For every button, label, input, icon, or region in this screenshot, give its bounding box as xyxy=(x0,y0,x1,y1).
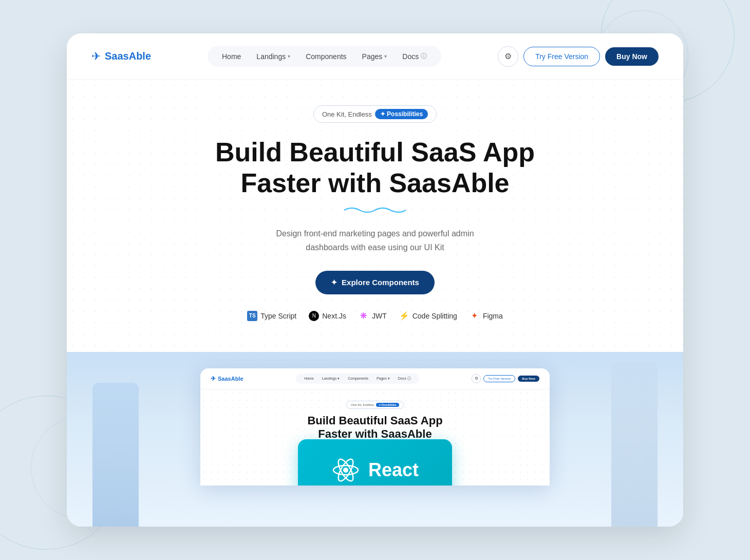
mini-nav-components: Components xyxy=(345,376,371,381)
tech-badge-jwt: ❋ JWT xyxy=(359,311,387,321)
logo-text: SaasAble xyxy=(105,50,151,62)
nav-actions: ⚙ Try Free Version Buy Now xyxy=(498,46,659,67)
mini-logo-icon: ✈ xyxy=(211,375,216,382)
nav-home[interactable]: Home xyxy=(216,49,247,64)
tech-badge-typescript: TS Type Script xyxy=(247,311,296,321)
mini-badge: One Kit, Endless ✦ Possibilities xyxy=(346,401,403,409)
react-label: React xyxy=(368,459,419,481)
tech-badge-nextjs: N Next.Js xyxy=(309,311,346,321)
mini-hero-title: Build Beautiful SaaS App Faster with Saa… xyxy=(293,414,457,441)
mini-nav-home: Home xyxy=(301,376,317,381)
code-splitting-icon: ⚡ xyxy=(399,311,409,321)
logo[interactable]: ✈ SaasAble xyxy=(91,50,151,63)
nav-docs[interactable]: Docs ⓘ xyxy=(396,49,433,64)
main-card: ✈ SaasAble Home Landings ▾ Components Pa… xyxy=(67,33,683,527)
hero-badge: One Kit, Endless ✦ Possibilities xyxy=(313,105,437,123)
tech-badges: TS Type Script N Next.Js ❋ JWT ⚡ Code Sp… xyxy=(247,311,503,321)
mini-badge-highlight: ✦ Possibilities xyxy=(376,403,399,407)
try-free-button[interactable]: Try Free Version xyxy=(523,47,600,66)
nav-components[interactable]: Components xyxy=(299,49,352,64)
nav-links: Home Landings ▾ Components Pages ▾ Docs … xyxy=(208,46,441,67)
pages-chevron-icon: ▾ xyxy=(384,53,387,59)
nav-pages[interactable]: Pages ▾ xyxy=(356,49,393,64)
preview-window: ✈ SaasAble Home Landings ▾ Components Pa… xyxy=(200,368,550,486)
badge-highlight: ✦ Possibilities xyxy=(375,109,428,119)
react-icon xyxy=(331,456,360,484)
buy-now-button[interactable]: Buy Now xyxy=(605,47,659,66)
hero-subtitle: Design front-end marketing pages and pow… xyxy=(262,227,488,254)
preview-area: ✈ SaasAble Home Landings ▾ Components Pa… xyxy=(67,352,683,527)
sparkle-icon: ✦ xyxy=(331,278,338,287)
hero-title: Build Beautiful SaaS App Faster with Saa… xyxy=(215,137,535,199)
nextjs-icon: N xyxy=(309,311,319,321)
react-card: React xyxy=(298,439,452,486)
wavy-decoration xyxy=(344,206,406,216)
mini-nav-actions: ⚙ Try Free Version Buy Now xyxy=(472,374,539,383)
landings-chevron-icon: ▾ xyxy=(288,53,290,59)
logo-icon: ✈ xyxy=(91,50,101,63)
mini-logo: ✈ SaasAble xyxy=(211,375,243,382)
mini-settings-icon: ⚙ xyxy=(472,374,481,383)
gear-icon: ⚙ xyxy=(504,51,512,61)
side-panel-left xyxy=(92,383,139,527)
nav-landings[interactable]: Landings ▾ xyxy=(250,49,296,64)
settings-button[interactable]: ⚙ xyxy=(498,46,518,67)
docs-info-icon: ⓘ xyxy=(421,52,427,61)
jwt-icon: ❋ xyxy=(359,311,369,321)
figma-icon: ✦ xyxy=(470,311,480,321)
typescript-icon: TS xyxy=(247,311,257,321)
mini-nav-pages: Pages ▾ xyxy=(373,376,393,382)
hero-section: One Kit, Endless ✦ Possibilities Build B… xyxy=(67,80,683,352)
mini-try-free-button: Try Free Version xyxy=(483,375,515,382)
explore-components-button[interactable]: ✦ Explore Components xyxy=(315,271,435,294)
navbar: ✈ SaasAble Home Landings ▾ Components Pa… xyxy=(67,33,683,80)
tech-badge-figma: ✦ Figma xyxy=(470,311,503,321)
tech-badge-code-splitting: ⚡ Code Splitting xyxy=(399,311,457,321)
mini-buy-now-button: Buy Now xyxy=(518,376,539,382)
mini-navbar: ✈ SaasAble Home Landings ▾ Components Pa… xyxy=(200,368,550,389)
mini-nav-landings: Landings ▾ xyxy=(319,376,343,382)
side-panel-right xyxy=(611,362,658,527)
mini-nav-docs: Docs ⓘ xyxy=(395,375,414,382)
svg-point-0 xyxy=(343,468,348,473)
mini-nav-links: Home Landings ▾ Components Pages ▾ Docs … xyxy=(296,374,419,384)
badge-prefix-text: One Kit, Endless xyxy=(322,110,372,118)
